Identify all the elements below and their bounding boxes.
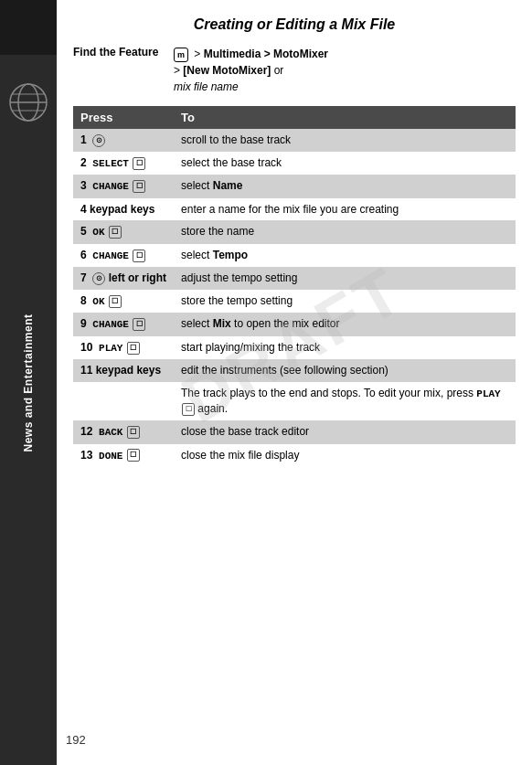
btn-icon-3: ☐ bbox=[133, 180, 145, 193]
btn-icon-12: ☐ bbox=[127, 426, 140, 439]
find-feature-bold: Multimedia > MotoMixer bbox=[204, 48, 328, 60]
row-3-to: select Name bbox=[174, 175, 516, 197]
change-key-9: CHANGE bbox=[92, 319, 129, 330]
change-key-6: CHANGE bbox=[92, 250, 129, 261]
row-5-press: 5 OK ☐ bbox=[73, 220, 174, 243]
table-row: 11 keypad keys edit the instruments (see… bbox=[73, 359, 516, 382]
btn-icon-2: ☐ bbox=[133, 157, 145, 170]
table-row: 10 PLAY ☐ start playing/mixing the track bbox=[73, 336, 516, 359]
table-row: 2 SELECT ☐ select the base track bbox=[73, 152, 516, 175]
btn-icon-8: ☐ bbox=[109, 295, 122, 308]
row-8-press: 8 OK ☐ bbox=[73, 290, 174, 313]
table-row-note: The track plays to the end and stops. To… bbox=[73, 382, 516, 420]
row-7-press: 7 ⊙ left or right bbox=[73, 267, 174, 290]
row-5-to: store the name bbox=[174, 220, 516, 243]
table-row: 8 OK ☐ store the tempo setting bbox=[73, 290, 516, 313]
btn-icon-5: ☐ bbox=[109, 226, 122, 239]
row-11-note-press bbox=[73, 382, 174, 420]
btn-icon-6: ☐ bbox=[133, 250, 145, 262]
done-key-13: DONE bbox=[99, 451, 122, 462]
row-11-note-to: The track plays to the end and stops. To… bbox=[174, 382, 516, 420]
ok-key-5: OK bbox=[92, 227, 104, 238]
row-10-press: 10 PLAY ☐ bbox=[73, 336, 174, 359]
row-11-to: edit the instruments (see following sect… bbox=[174, 359, 516, 382]
nav-icon: ⊙ bbox=[92, 134, 105, 147]
page-title: Creating or Editing a Mix File bbox=[73, 16, 516, 33]
play-key-note: PLAY bbox=[476, 388, 500, 399]
nav-icon-7: ⊙ bbox=[92, 272, 105, 285]
back-key-12: BACK bbox=[99, 427, 122, 438]
row-12-press: 12 BACK ☐ bbox=[73, 420, 174, 443]
table-row: 12 BACK ☐ close the base track editor bbox=[73, 420, 516, 443]
row-1-to: scroll to the base track bbox=[174, 129, 516, 152]
row-7-to: adjust the tempo setting bbox=[174, 267, 516, 290]
select-key: SELECT bbox=[92, 158, 129, 169]
main-content: Creating or Editing a Mix File Find the … bbox=[57, 0, 532, 765]
row-8-to: store the tempo setting bbox=[174, 290, 516, 313]
table-row: 5 OK ☐ store the name bbox=[73, 220, 516, 243]
table-row: 6 CHANGE ☐ select Tempo bbox=[73, 244, 516, 267]
btn-icon-13: ☐ bbox=[127, 449, 140, 462]
row-2-press: 2 SELECT ☐ bbox=[73, 152, 174, 175]
row-9-press: 9 CHANGE ☐ bbox=[73, 313, 174, 335]
row-11-press: 11 keypad keys bbox=[73, 359, 174, 382]
row-2-to: select the base track bbox=[174, 152, 516, 175]
row-4-press: 4 keypad keys bbox=[73, 198, 174, 221]
table-row: 7 ⊙ left or right adjust the tempo setti… bbox=[73, 267, 516, 290]
globe-icon bbox=[8, 82, 48, 122]
header-press: Press bbox=[73, 106, 174, 129]
row-13-to: close the mix file display bbox=[174, 444, 516, 467]
instructions-table: Press To 1 ⊙ scroll to the base track 2 … bbox=[73, 106, 516, 467]
row-13-press: 13 DONE ☐ bbox=[73, 444, 174, 467]
table-row: 9 CHANGE ☐ select Mix to open the mix ed… bbox=[73, 313, 516, 335]
row-10-to: start playing/mixing the track bbox=[174, 336, 516, 359]
row-6-to: select Tempo bbox=[174, 244, 516, 267]
btn-icon-9: ☐ bbox=[133, 318, 145, 331]
sidebar: News and Entertainment bbox=[0, 0, 57, 765]
btn-icon-note: ☐ bbox=[182, 403, 195, 416]
header-to: To bbox=[174, 106, 516, 129]
find-feature: Find the Feature m > Multimedia > MotoMi… bbox=[73, 46, 516, 95]
find-feature-italic: mix file name bbox=[174, 80, 239, 93]
row-6-press: 6 CHANGE ☐ bbox=[73, 244, 174, 267]
row-1-press: 1 ⊙ bbox=[73, 129, 174, 152]
find-feature-label: Find the Feature bbox=[73, 46, 174, 58]
find-feature-value: m > Multimedia > MotoMixer > [New MotoMi… bbox=[174, 46, 328, 95]
row-9-to: select Mix to open the mix editor bbox=[174, 313, 516, 335]
sidebar-label: News and Entertainment bbox=[22, 292, 35, 474]
btn-icon-10: ☐ bbox=[127, 342, 140, 355]
table-row: 3 CHANGE ☐ select Name bbox=[73, 175, 516, 197]
row-4-to: enter a name for the mix file you are cr… bbox=[174, 198, 516, 221]
table-header-row: Press To bbox=[73, 106, 516, 129]
play-key-10: PLAY bbox=[99, 343, 122, 354]
menu-icon: m bbox=[174, 48, 188, 62]
change-key: CHANGE bbox=[92, 181, 129, 192]
table-row: 13 DONE ☐ close the mix file display bbox=[73, 444, 516, 467]
sidebar-top-block bbox=[0, 0, 57, 55]
row-12-to: close the base track editor bbox=[174, 420, 516, 443]
row-3-press: 3 CHANGE ☐ bbox=[73, 175, 174, 197]
table-row: 4 keypad keys enter a name for the mix f… bbox=[73, 198, 516, 221]
table-row: 1 ⊙ scroll to the base track bbox=[73, 129, 516, 152]
find-feature-bracket: [New MotoMixer] bbox=[183, 64, 271, 77]
ok-key-8: OK bbox=[92, 296, 104, 307]
